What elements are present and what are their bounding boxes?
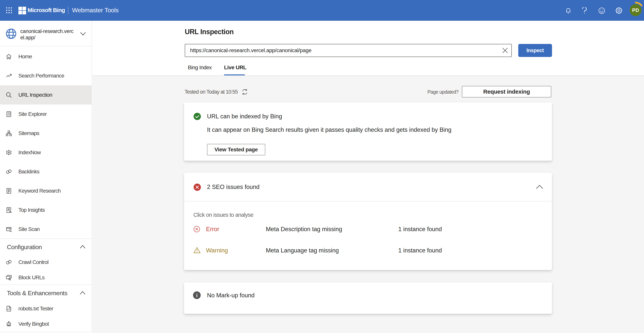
svg-text:i: i <box>196 292 198 298</box>
